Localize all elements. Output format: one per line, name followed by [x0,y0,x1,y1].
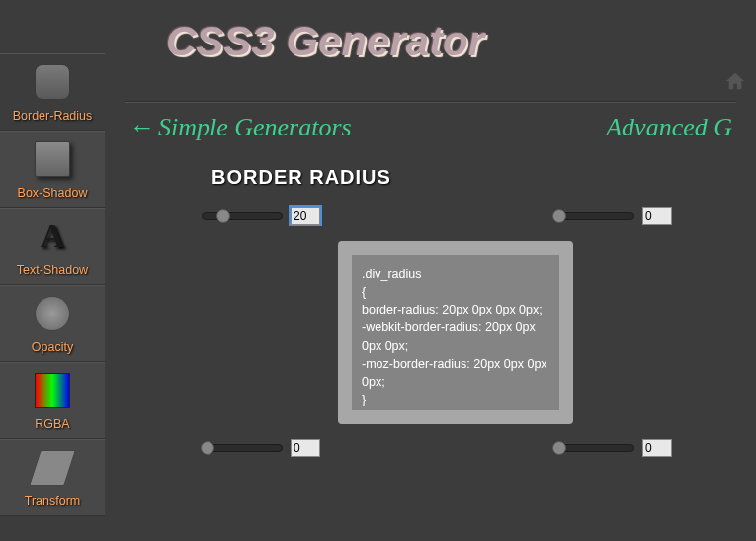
opacity-icon [35,296,70,331]
sidebar-item-transform[interactable]: Transform [0,439,105,516]
slider-thumb-tr[interactable] [552,209,566,223]
sidebar-item-rgba[interactable]: RGBA [0,362,105,439]
next-link[interactable]: Advanced G [606,113,732,142]
value-input-tl[interactable] [291,207,320,225]
sidebar-item-label: Box-Shadow [18,186,88,200]
code-output-panel: .div_radius { border-radius: 20px 0px 0p… [338,241,573,424]
code-output[interactable]: .div_radius { border-radius: 20px 0px 0p… [352,255,559,410]
sidebar: Border-Radius Box-Shadow A Text-Shadow O… [0,53,105,516]
prev-link-label: Simple Generators [158,113,352,142]
page-title: CSS3 Generator [166,18,736,65]
value-input-tr[interactable] [642,207,672,225]
border-radius-icon [35,64,70,100]
slider-thumb-br[interactable] [552,441,566,455]
nav-row: ← Simple Generators Advanced G [125,113,736,142]
sidebar-item-label: Transform [25,495,81,508]
transform-icon [29,450,76,486]
slider-thumb-bl[interactable] [201,441,214,455]
sidebar-item-label: Border-Radius [13,109,93,123]
slider-track-br[interactable] [553,444,634,452]
slider-track-bl[interactable] [202,444,283,452]
value-input-bl[interactable] [291,439,320,457]
arrow-left-icon: ← [128,113,154,142]
sidebar-item-label: Opacity [32,340,73,354]
sidebar-item-box-shadow[interactable]: Box-Shadow [0,131,105,208]
slider-track-tr[interactable] [553,212,634,220]
sidebar-item-opacity[interactable]: Opacity [0,285,105,362]
slider-bottom-right [553,439,672,457]
sidebar-item-border-radius[interactable]: Border-Radius [0,53,105,131]
text-shadow-icon: A [35,219,70,254]
divider [125,101,736,103]
prev-link[interactable]: ← Simple Generators [128,113,352,142]
sidebar-item-label: Text-Shadow [17,263,88,277]
slider-bottom-left [202,439,320,457]
main-panel: CSS3 Generator ← Simple Generators Advan… [105,0,756,207]
slider-top-left [202,207,320,225]
section-title: BORDER RADIUS [211,166,736,189]
slider-top-right [553,207,672,225]
sidebar-item-text-shadow[interactable]: A Text-Shadow [0,208,105,285]
slider-thumb-tl[interactable] [216,209,230,223]
sidebar-item-label: RGBA [35,417,69,431]
value-input-br[interactable] [642,439,672,457]
rgba-icon [35,373,70,408]
next-link-label: Advanced G [606,113,732,142]
slider-track-tl[interactable] [202,212,283,220]
box-shadow-icon [35,141,70,177]
home-icon[interactable] [724,71,746,95]
